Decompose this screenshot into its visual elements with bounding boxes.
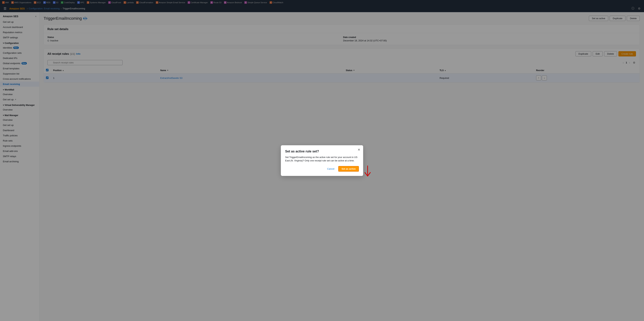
modal-cancel-button[interactable]: Cancel xyxy=(325,166,336,172)
modal-dialog: ✕ Set as active rule set? Set TriggerEma… xyxy=(281,145,363,176)
modal-confirm-button[interactable]: Set as active xyxy=(338,166,359,172)
modal-body: Set TriggerEmailIncoming as the active r… xyxy=(285,155,359,163)
modal-close-button[interactable]: ✕ xyxy=(358,148,360,151)
arrow-annotation xyxy=(363,165,372,180)
modal-overlay: ✕ Set as active rule set? Set TriggerEma… xyxy=(0,0,644,321)
modal-title: Set as active rule set? xyxy=(285,149,359,153)
modal-actions: Cancel Set as active xyxy=(285,166,359,172)
